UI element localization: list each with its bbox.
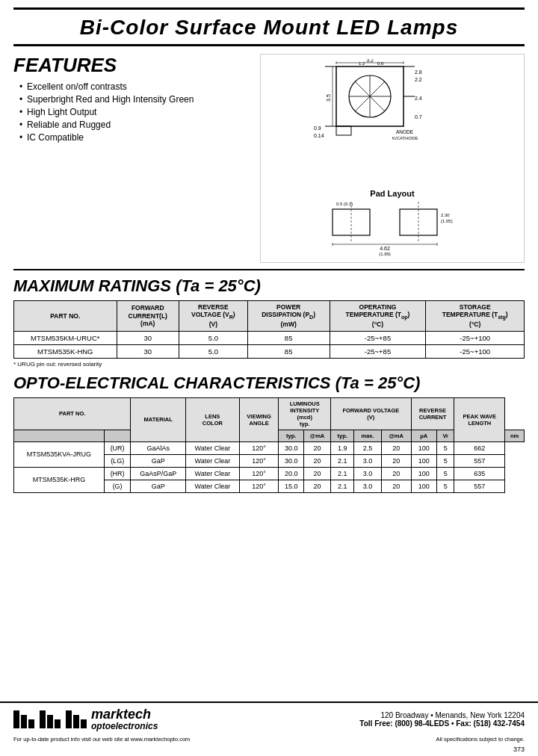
cell-sub: (G) [104, 480, 130, 492]
max-ratings-table: PART NO. FORWARDCURRENT(L)(mA) REVERSEVO… [13, 300, 525, 359]
cell-rev-ua: 100 [411, 467, 436, 480]
svg-text:4.62: 4.62 [380, 246, 390, 251]
table-row: MTSM535K-HRG (HR) GaAsP/GaP Water Clear … [14, 467, 525, 480]
page-title: Bi-Color Surface Mount LED Lamps [13, 16, 525, 40]
footer-bottom: For up-to-date product info visit our we… [0, 734, 538, 746]
logo-bar-7 [66, 710, 72, 728]
cell-fv-ma: 20 [381, 441, 411, 454]
cell-lens: Water Clear [185, 480, 239, 492]
footer-address: 120 Broadway • Menands, New York 12204 [359, 711, 525, 719]
col-fwd-current: FORWARDCURRENT(L)(mA) [117, 301, 179, 332]
cell-fv-max: 3.0 [354, 454, 382, 467]
logo-bar-8 [73, 715, 79, 728]
col-rev-voltage: REVERSEVOLTAGE (VR)(V) [179, 301, 247, 332]
list-item: Reliable and Rugged [19, 120, 253, 130]
list-item: High Light Output [19, 107, 253, 117]
brand-name-top: marktech [91, 707, 158, 721]
cell-lum-ma: 20 [304, 441, 331, 454]
svg-text:2.8: 2.8 [415, 69, 422, 75]
svg-text:3.5: 3.5 [326, 94, 331, 102]
col-op-temp: OPERATINGTEMPERATURE (Top)(°C) [330, 301, 426, 332]
cell-fwd: 30 [117, 344, 179, 358]
cell-mat: GaP [131, 480, 186, 492]
cell-fv-max: 3.0 [354, 480, 382, 492]
footer-contact: 120 Broadway • Menands, New York 12204 T… [359, 711, 525, 728]
svg-text:1.2: 1.2 [359, 61, 365, 66]
cell-part: MTSM535KM-URUC* [14, 331, 117, 344]
col-storage-temp: STORAGETEMPERATURE (Tstg)(°C) [426, 301, 525, 332]
cell-fv-max: 3.0 [354, 467, 382, 480]
cell-angle: 120° [239, 441, 279, 454]
cell-pow: 85 [247, 331, 330, 344]
cell-op: -25~+85 [330, 331, 426, 344]
cell-fv-ma: 20 [381, 467, 411, 480]
logo-icon [13, 710, 87, 728]
footer-tollfree: Toll Free: (800) 98-4LEDS • Fax: (518) 4… [359, 719, 525, 728]
svg-text:(1.05): (1.05) [441, 219, 453, 223]
col-part-no: PART NO. [14, 397, 131, 430]
cell-lum-typ: 15.0 [279, 480, 304, 492]
col-fv: FORWARD VOLTAGE(V) [331, 397, 412, 430]
svg-text:2.2: 2.2 [415, 77, 422, 82]
col-power-diss: POWERDISSIPATION (PD)(mW) [247, 301, 330, 332]
col-material: MATERIAL [131, 397, 186, 441]
footer: marktech optoelectronics 120 Broadway • … [0, 701, 538, 734]
svg-text:0.7: 0.7 [415, 114, 422, 120]
col-rev: REVERSECURRENT [411, 397, 454, 430]
pad-layout-diagram: 4.62 (1.95) 2.30 (1.05) 0.5 (0.1) [318, 198, 467, 258]
svg-rect-6 [336, 126, 351, 135]
cell-nm: 662 [454, 441, 505, 454]
cell-fv-ma: 20 [381, 480, 411, 492]
cell-op: -25~+85 [330, 344, 426, 358]
opto-section: OPTO-ELECTRICAL CHARACTERISTICS (Ta = 25… [13, 374, 525, 493]
logo-bar-3 [28, 719, 34, 728]
website-note: For up-to-date product info visit our we… [13, 736, 190, 743]
cell-mat: GaAlAs [131, 441, 186, 454]
cell-vr: 5 [436, 467, 454, 480]
opto-header-row: PART NO. MATERIAL LENSCOLOR VIEWINGANGLE… [14, 397, 525, 430]
cell-rev-ua: 100 [411, 480, 436, 492]
cell-rev-ua: 100 [411, 441, 436, 454]
cell-vr: 5 [436, 454, 454, 467]
table-row: MTSM535KM-URUC* 30 5.0 85 -25~+85 -25~+1… [14, 331, 525, 344]
logo-bar-5 [47, 715, 53, 728]
svg-text:K/CATHODE: K/CATHODE [392, 136, 418, 140]
cell-fv-typ: 2.1 [331, 480, 354, 492]
col-wl: PEAK WAVELENGTH [454, 397, 505, 441]
cell-sub: (UR) [104, 441, 130, 454]
max-ratings-heading: MAXIMUM RATINGS (Ta = 25°C) [13, 276, 525, 296]
cell-fv-ma: 20 [381, 454, 411, 467]
cell-mat: GaP [131, 454, 186, 467]
cell-nm: 557 [454, 480, 505, 492]
cell-lum-typ: 20.0 [279, 467, 304, 480]
cell-mat: GaAsP/GaP [131, 467, 186, 480]
list-item: Excellent on/off contrasts [19, 81, 253, 92]
features-list: Excellent on/off contrasts Superbright R… [13, 81, 253, 143]
svg-text:2.4: 2.4 [415, 96, 422, 101]
col-part-no: PART NO. [14, 301, 117, 332]
opto-heading: OPTO-ELECTRICAL CHARACTERISTICS (Ta = 25… [13, 374, 525, 393]
logo-bar-1 [13, 710, 19, 728]
svg-text:ANODE: ANODE [396, 129, 414, 134]
svg-text:2.30: 2.30 [441, 213, 450, 217]
cell-part: MTSM535KVA-JRUG [14, 441, 105, 467]
cell-sub: (HR) [104, 467, 130, 480]
cell-fwd: 30 [117, 331, 179, 344]
col-angle: VIEWINGANGLE [239, 397, 279, 441]
opto-table: PART NO. MATERIAL LENSCOLOR VIEWINGANGLE… [13, 397, 525, 493]
cell-fv-typ: 2.1 [331, 467, 354, 480]
cell-nm: 635 [454, 467, 505, 480]
col-lens: LENSCOLOR [185, 397, 239, 441]
svg-text:(1.95): (1.95) [379, 252, 391, 256]
specs-note: All specifications subject to change. [436, 736, 525, 743]
list-item: Superbright Red and High Intensity Green [19, 94, 253, 105]
svg-text:0.14: 0.14 [314, 133, 324, 138]
cell-fv-typ: 1.9 [331, 441, 354, 454]
svg-text:0.9: 0.9 [314, 126, 321, 131]
cell-lens: Water Clear [185, 454, 239, 467]
cell-lens: Water Clear [185, 441, 239, 454]
led-diagram: 3.2 3.5 2.8 2.2 2.4 0.9 0.14 0.7 ANODE K… [291, 59, 493, 186]
cell-rev: 5.0 [179, 344, 247, 358]
page-number: 373 [0, 746, 525, 753]
cell-lum-typ: 30.0 [279, 454, 304, 467]
